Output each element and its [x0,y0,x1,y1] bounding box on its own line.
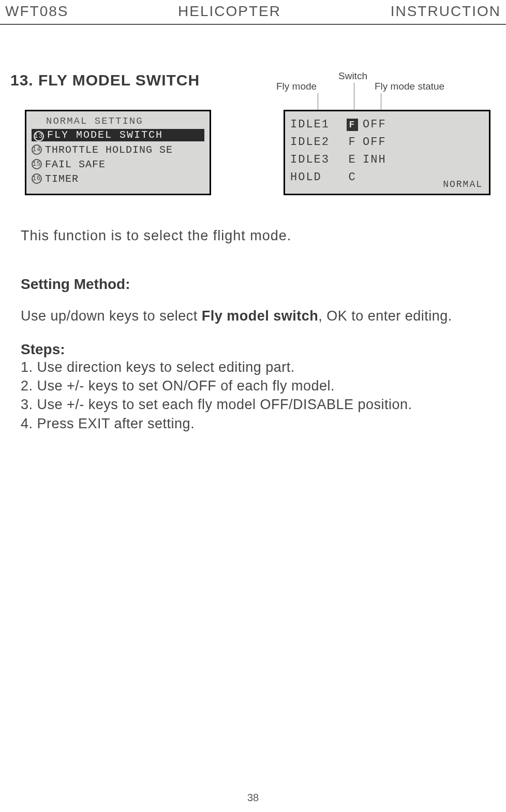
menu-index-icon: 14 [32,144,42,155]
fly-mode-name: IDLE2 [290,136,342,149]
step-item: 3. Use +/- keys to set each fly model OF… [21,395,490,414]
menu-item-label: FAIL SAFE [45,158,106,170]
fly-mode-status: OFF [363,136,399,149]
fly-mode-switch: C [342,171,363,184]
table-row: IDLE3 E INH [290,151,484,168]
text-bold: Fly model switch [202,308,319,324]
fly-mode-switch: E [342,153,363,166]
fly-mode-switch: F [342,118,363,131]
text-fragment: Use up/down keys to select [21,308,202,324]
fly-mode-name: IDLE3 [290,153,342,166]
lcd-flymode-screenshot: IDLE1 F OFF IDLE2 F OFF IDLE3 E INH HOLD… [284,110,490,195]
fly-mode-name: IDLE1 [290,118,342,131]
menu-index-icon: 16 [32,173,42,184]
list-item: 14 THROTTLE HOLDING SE [32,142,204,157]
header-right: INSTRUCTION [391,3,501,20]
fly-mode-switch: F [342,136,363,149]
menu-item-label: FLY MODEL SWITCH [47,129,163,141]
steps-heading: Steps: [21,341,496,358]
page-header: WFT08S HELICOPTER INSTRUCTION [0,0,506,25]
step-item: 1. Use direction keys to select editing … [21,358,490,376]
menu-index-icon: 13 [34,131,44,141]
header-left: WFT08S [5,3,68,20]
fly-mode-status: OFF [363,118,399,131]
table-row: IDLE2 F OFF [290,133,484,151]
list-item: 16 TIMER [32,171,204,186]
steps-list: 1. Use direction keys to select editing … [21,358,490,433]
current-mode-label: NORMAL [443,179,483,190]
step-item: 2. Use +/- keys to set ON/OFF of each fl… [21,376,490,395]
screenshots-row: NORMAL SETTING 13FLY MODEL SWITCH 14 THR… [10,110,496,195]
intro-text: This function is to select the flight mo… [21,226,490,245]
fly-mode-status: INH [363,153,399,166]
table-row: IDLE1 F OFF [290,115,484,133]
menu-item-label: TIMER [45,173,79,185]
lcd-menu-screenshot: NORMAL SETTING 13FLY MODEL SWITCH 14 THR… [25,110,211,195]
lcd-right-wrapper: Fly mode Switch Fly mode statue IDLE1 F … [284,110,496,195]
header-center: HELICOPTER [178,3,281,20]
setting-method-paragraph: Use up/down keys to select Fly model swi… [21,307,490,325]
fly-mode-name: HOLD [290,171,342,184]
section-title: 13. FLY MODEL SWITCH [10,71,496,89]
menu-index-icon: 15 [32,159,42,169]
lcd-left-title: NORMAL SETTING [46,115,204,127]
menu-item-label: THROTTLE HOLDING SE [45,144,173,156]
step-item: 4. Press EXIT after setting. [21,414,490,433]
text-fragment: , OK to enter editing. [318,308,452,324]
list-item: 13FLY MODEL SWITCH [32,128,204,142]
list-item: 15 FAIL SAFE [32,157,204,171]
setting-method-heading: Setting Method: [21,276,496,293]
page-number: 38 [0,792,506,804]
